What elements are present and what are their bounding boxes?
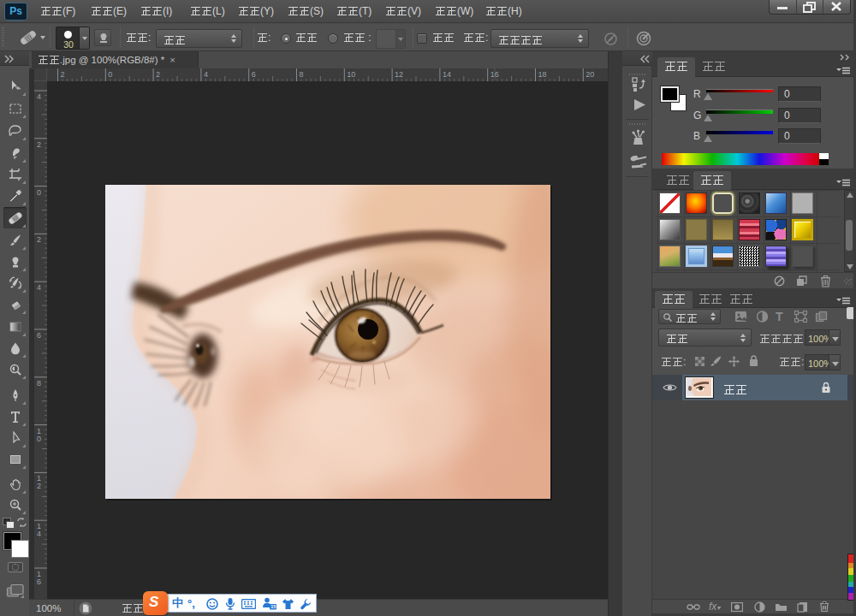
svg-text:12: 12 <box>395 70 403 79</box>
svg-text:6: 6 <box>252 70 256 79</box>
svg-text:0: 0 <box>37 435 41 443</box>
svg-text:18: 18 <box>538 70 547 79</box>
svg-text:2: 2 <box>37 482 41 490</box>
svg-text:2: 2 <box>156 70 160 79</box>
svg-text:20: 20 <box>586 70 594 79</box>
svg-text:0: 0 <box>37 188 41 197</box>
svg-text:6: 6 <box>37 578 41 586</box>
svg-text:14: 14 <box>443 70 451 79</box>
svg-text:4: 4 <box>37 283 41 292</box>
svg-text:2: 2 <box>61 70 65 79</box>
svg-text:2: 2 <box>37 140 41 149</box>
svg-text:4: 4 <box>204 70 208 79</box>
svg-text:10: 10 <box>347 70 355 79</box>
svg-text:6: 6 <box>37 331 41 340</box>
svg-text:15: 15 <box>270 604 276 609</box>
svg-text:8: 8 <box>300 70 304 79</box>
svg-text:8: 8 <box>37 379 41 388</box>
svg-text:4: 4 <box>37 530 41 538</box>
svg-text:4: 4 <box>37 92 41 101</box>
svg-text:0: 0 <box>108 70 112 79</box>
svg-text:2: 2 <box>37 235 41 244</box>
